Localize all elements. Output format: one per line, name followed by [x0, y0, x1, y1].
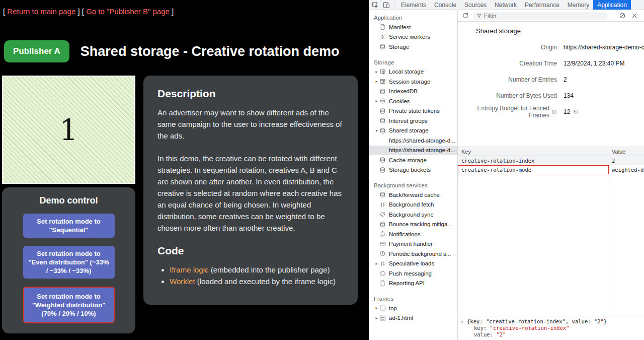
metadata-value-text: 12	[564, 108, 570, 115]
triangle-right-icon[interactable]: ▸	[374, 316, 379, 320]
key-cell[interactable]: creative-rotation-mode	[458, 165, 609, 174]
filter-input[interactable]	[484, 13, 604, 19]
triangle-right-icon[interactable]: ▸	[374, 261, 379, 266]
sidebar-item-shared-storage[interactable]: ▾Shared storage	[369, 126, 457, 136]
demo-control-title: Demo control	[39, 195, 98, 206]
code-list: Iframe logic (embedded into the publishe…	[160, 264, 344, 287]
sidebar-item-ad-1-html[interactable]: ▸ad-1.html	[369, 313, 457, 323]
sidebar-item-manifest[interactable]: Manifest	[369, 22, 457, 32]
table-row[interactable]: creative-rotation-modeweighted-dist	[458, 165, 644, 174]
reset-budget-icon[interactable]	[573, 109, 579, 115]
triangle-right-icon[interactable]: ▸	[374, 70, 379, 74]
sidebar-item-back-forward-cache[interactable]: Back/forward cache	[369, 190, 457, 200]
sidebar-item-cookies[interactable]: ▸Cookies	[369, 96, 457, 106]
rotation-mode-button-3[interactable]: Set rotation mode to "Weighted distribut…	[23, 287, 115, 323]
creative-number: 1	[59, 113, 78, 147]
table-icon	[379, 78, 386, 85]
publisher-page: [ Return to main page ] [ Go to "Publish…	[0, 0, 369, 340]
updown-icon	[379, 260, 386, 267]
devtools-tabbar: ElementsConsoleSourcesNetworkPerformance…	[369, 0, 644, 10]
preview-summary-text: {key: "creative-rotation-index", value: …	[467, 318, 607, 324]
gear-icon	[379, 33, 386, 40]
metadata-value-text: 12/9/2024, 1:23:40 PM	[564, 60, 624, 67]
sidebar-item-speculative-loads[interactable]: ▸Speculative loads	[369, 259, 457, 269]
tab-elements[interactable]: Elements	[397, 0, 430, 10]
sidebar-item-session-storage[interactable]: ▸Session storage	[369, 77, 457, 87]
value-column-header[interactable]: Value	[609, 149, 644, 155]
sidebar-item-indexeddb[interactable]: IndexedDB	[369, 87, 457, 97]
screen: [ Return to main page ] [ Go to "Publish…	[0, 0, 644, 340]
sidebar-item-cache-storage[interactable]: Cache storage	[369, 155, 457, 165]
top-link-go-to-publisher-b-page[interactable]: Go to "Publisher B" page	[86, 7, 170, 16]
table-row[interactable]: creative-rotation-index2	[458, 156, 644, 165]
metadata-value-text: 2	[564, 76, 567, 83]
sidebar-item-notifications[interactable]: Notifications	[369, 229, 457, 239]
filter-box[interactable]	[473, 12, 608, 20]
devtools-body: ApplicationManifestService workersStorag…	[369, 10, 644, 340]
sidebar-item-push-messaging[interactable]: Push messaging	[369, 268, 457, 279]
metadata-row: Number of Entries2	[458, 72, 644, 88]
top-links: [ Return to main page ] [ Go to "Publish…	[3, 7, 174, 16]
sidebar-item-https-shared-storage-d[interactable]: https://shared-storage-d...	[369, 135, 457, 146]
sidebar-item-storage[interactable]: Storage	[369, 42, 457, 52]
sidebar-item-bounce-tracking-mitiga[interactable]: Bounce tracking mitiga...	[369, 220, 457, 230]
sidebar-item-label: Back/forward cache	[389, 192, 440, 198]
iframe-logic-link[interactable]: Iframe logic	[170, 265, 209, 274]
metadata-row: Originhttps://shared-storage-demo-co	[458, 39, 644, 55]
sidebar-item-reporting-api[interactable]: Reporting API	[369, 279, 457, 289]
clear-all-icon[interactable]	[619, 12, 626, 19]
key-column-header[interactable]: Key	[458, 149, 609, 155]
sidebar-item-storage-buckets[interactable]: Storage buckets	[369, 165, 457, 175]
sidebar-item-local-storage[interactable]: ▸Local storage	[369, 67, 457, 77]
divider	[394, 2, 394, 8]
tab-performance[interactable]: Performance	[521, 0, 564, 10]
database-icon	[379, 191, 386, 198]
column-resize-handle[interactable]	[609, 147, 609, 316]
sidebar-item-top[interactable]: ▸top	[369, 303, 457, 313]
sidebar-item-private-state-tokens[interactable]: Private state tokens	[369, 106, 457, 116]
tab-console[interactable]: Console	[430, 0, 460, 10]
tab-sources[interactable]: Sources	[460, 0, 491, 10]
top-link-return-to-main-page[interactable]: Return to main page	[7, 7, 75, 16]
rotation-mode-button-2[interactable]: Set rotation mode to "Even distribution"…	[23, 246, 115, 279]
sidebar-item-label: Background fetch	[389, 201, 434, 208]
value-cell[interactable]: 2	[609, 158, 644, 164]
close-icon[interactable]	[631, 12, 638, 19]
triangle-right-icon[interactable]: ▸	[374, 79, 379, 84]
triangle-down-icon[interactable]: ▾	[461, 319, 467, 325]
rotation-mode-button-1[interactable]: Set rotation mode to "Sequential"	[23, 214, 115, 238]
tab-memory[interactable]: Memory	[564, 0, 593, 10]
preview-entry: key: "creative-rotation-index"	[461, 325, 641, 331]
tab-application[interactable]: Application	[593, 0, 631, 10]
sidebar-item-payment-handler[interactable]: Payment handler	[369, 239, 457, 249]
sidebar-section-frames: Frames	[369, 294, 457, 303]
inspect-icon[interactable]	[372, 2, 379, 9]
worklet-link[interactable]: Worklet	[170, 277, 195, 286]
sidebar-item-service-workers[interactable]: Service workers	[369, 32, 457, 42]
refresh-icon[interactable]	[462, 12, 469, 19]
devtools-sidebar: ApplicationManifestService workersStorag…	[369, 10, 458, 340]
value-cell[interactable]: weighted-dist	[609, 167, 644, 173]
preview-summary[interactable]: ▾{key: "creative-rotation-index", value:…	[461, 318, 641, 325]
device-toolbar-icon[interactable]	[383, 2, 390, 9]
updown-icon	[379, 201, 386, 208]
triangle-right-icon[interactable]: ▸	[374, 306, 379, 310]
info-icon[interactable]	[551, 109, 557, 115]
sidebar-item-background-sync[interactable]: Background sync	[369, 210, 457, 220]
sidebar-item-periodic-background-s[interactable]: Periodic background s...	[369, 249, 457, 259]
triangle-right-icon[interactable]: ▸	[374, 99, 379, 103]
key-cell[interactable]: creative-rotation-index	[458, 158, 609, 164]
sidebar-item-https-shared-storage-d[interactable]: https://shared-storage-d...	[369, 146, 457, 156]
database-icon	[379, 107, 386, 114]
metadata-value-text: 134	[564, 92, 574, 99]
sidebar-item-background-fetch[interactable]: Background fetch	[369, 200, 457, 210]
iframe-icon	[379, 314, 386, 321]
triangle-down-icon[interactable]: ▾	[374, 128, 379, 133]
metadata-value-text: https://shared-storage-demo-co	[564, 44, 644, 51]
sidebar-item-label: top	[389, 305, 397, 311]
bracket: [	[82, 7, 86, 16]
sidebar-item-interest-groups[interactable]: Interest groups	[369, 116, 457, 126]
sidebar-section-storage: Storage	[369, 58, 457, 67]
sidebar-item-label: Service workers	[389, 34, 430, 40]
tab-network[interactable]: Network	[491, 0, 521, 10]
